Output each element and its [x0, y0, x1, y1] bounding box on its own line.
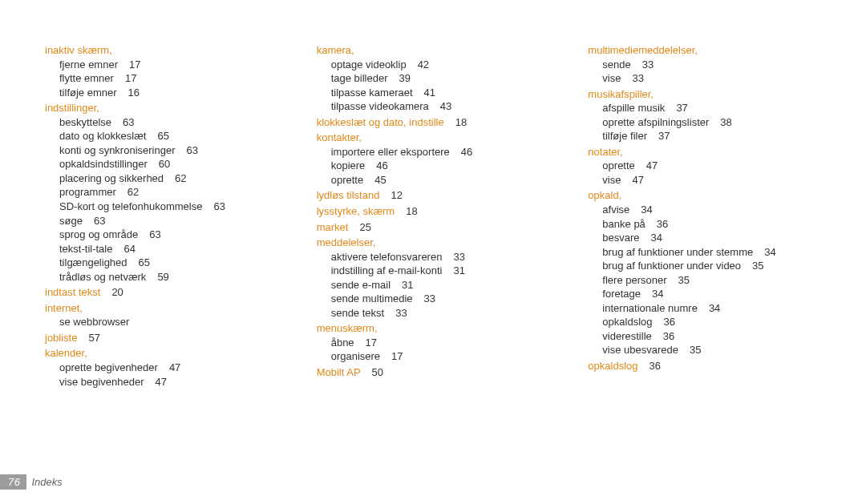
index-entry: vise47: [602, 173, 821, 187]
index-entry: åbne17: [331, 336, 550, 350]
index-entry: sende tekst33: [331, 306, 550, 321]
index-entry: aktivere telefonsvareren33: [331, 250, 550, 264]
index-entry: konti og synkroniseringer63: [59, 143, 278, 158]
index-entry: banke på36: [602, 217, 821, 232]
page-footer: 76 Indeks: [0, 474, 63, 490]
index-entry: tilgængelighed65: [59, 256, 278, 270]
heading-kalender: kalender,: [45, 346, 278, 361]
heading-kamera: kamera,: [317, 43, 550, 58]
index-entry: vise ubesvarede35: [602, 343, 821, 357]
heading-lysstyrke: lysstyrke, skærm18: [317, 204, 550, 219]
index-entry: placering og sikkerhed62: [59, 171, 278, 186]
index-entry: programmer62: [59, 185, 278, 200]
index-entry: se webbrowser: [59, 315, 278, 329]
heading-market: market25: [317, 220, 550, 235]
heading-opkaldslog: opkaldslog36: [588, 359, 821, 373]
index-entry: oprette45: [331, 173, 550, 187]
index-entry: afvise34: [602, 203, 821, 217]
index-entry: tage billeder39: [331, 71, 550, 86]
index-entry: vise begivenheder47: [59, 375, 278, 389]
index-entry: opkaldslog36: [602, 315, 821, 329]
index-entry: internationale numre34: [602, 301, 821, 316]
page-number-badge: 76: [0, 474, 26, 490]
index-entry: opkaldsindstillinger60: [59, 157, 278, 171]
heading-inaktiv-skaerm: inaktiv skærm,: [45, 43, 278, 58]
index-entry: oprette47: [602, 159, 821, 173]
index-entry: sprog og område63: [59, 228, 278, 242]
index-entry: beskyttelse63: [59, 115, 278, 130]
heading-internet: internet,: [45, 301, 278, 316]
index-entry: sende e-mail31: [331, 278, 550, 292]
index-entry: oprette afspilningslister38: [602, 115, 821, 130]
index-entry: tekst-til-tale64: [59, 242, 278, 256]
heading-multimediemeddelelser: multimediemeddelelser,: [588, 43, 821, 58]
index-entry: indstilling af e-mail-konti31: [331, 264, 550, 278]
heading-indstillinger: indstillinger,: [45, 101, 278, 115]
heading-jobliste: jobliste57: [45, 331, 278, 345]
index-entry: flytte emner17: [59, 71, 278, 86]
column-2: kamera, optage videoklip42 tage billeder…: [317, 42, 550, 389]
index-entry: viderestille36: [602, 329, 821, 344]
index-entry: tilpasse videokamera43: [331, 99, 550, 114]
index-entry: flere personer35: [602, 273, 821, 288]
index-entry: sende33: [602, 58, 821, 72]
index-entry: trådløs og netværk59: [59, 270, 278, 284]
heading-opkald: opkald,: [588, 188, 821, 203]
index-page: inaktiv skærm, fjerne emner17 flytte emn…: [0, 0, 866, 389]
index-entry: brug af funktioner under stemme34: [602, 245, 821, 260]
heading-lydlos: lydløs tilstand12: [317, 188, 550, 203]
index-entry: vise33: [602, 71, 821, 86]
index-entry: tilføje filer37: [602, 129, 821, 143]
index-entry: tilpasse kameraet41: [331, 86, 550, 100]
index-entry: foretage34: [602, 287, 821, 301]
index-entry: besvare34: [602, 231, 821, 245]
heading-musikafspiller: musikafspiller,: [588, 87, 821, 102]
heading-klokkeslaet: klokkeslæt og dato, indstille18: [317, 115, 550, 130]
index-entry: brug af funktioner under video35: [602, 259, 821, 273]
heading-notater: notater,: [588, 145, 821, 159]
index-entry: tilføje emner16: [59, 86, 278, 100]
footer-title: Indeks: [31, 476, 62, 488]
heading-kontakter: kontakter,: [317, 131, 550, 145]
index-entry: SD-kort og telefonhukommelse63: [59, 200, 278, 214]
index-entry: fjerne emner17: [59, 58, 278, 72]
column-1: inaktiv skærm, fjerne emner17 flytte emn…: [45, 42, 278, 389]
heading-mobilt-ap: Mobilt AP50: [317, 365, 550, 380]
index-entry: dato og klokkeslæt65: [59, 129, 278, 143]
index-entry: afspille musik37: [602, 101, 821, 115]
column-3: multimediemeddelelser, sende33 vise33 mu…: [588, 42, 821, 389]
index-entry: optage videoklip42: [331, 58, 550, 72]
index-entry: søge63: [59, 214, 278, 228]
index-entry: sende multimedie33: [331, 292, 550, 306]
index-entry: importere eller eksportere46: [331, 145, 550, 159]
index-entry: oprette begivenheder47: [59, 361, 278, 375]
heading-menuskaerm: menuskærm,: [317, 321, 550, 336]
heading-indtast-tekst: indtast tekst20: [45, 285, 278, 300]
heading-meddelelser: meddelelser,: [317, 236, 550, 250]
index-entry: kopiere46: [331, 159, 550, 173]
index-entry: organisere17: [331, 349, 550, 364]
